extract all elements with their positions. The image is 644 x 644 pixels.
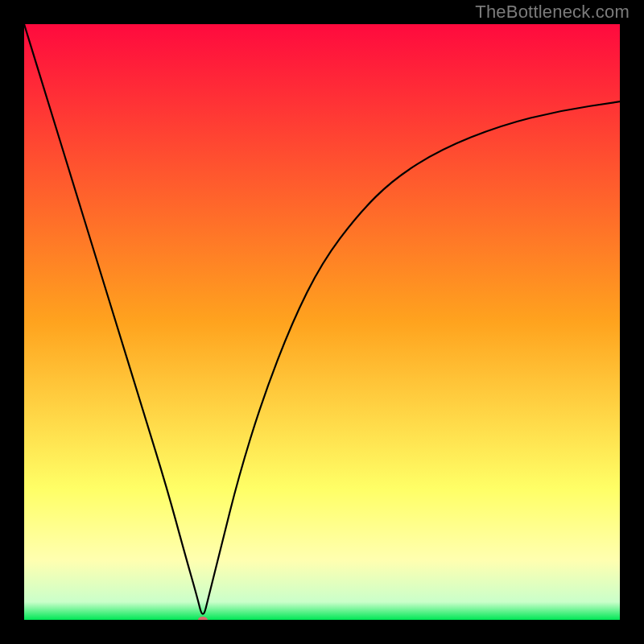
gradient-background xyxy=(24,24,620,620)
plot-area xyxy=(24,24,620,620)
watermark-text: TheBottleneck.com xyxy=(475,2,630,23)
chart-frame: TheBottleneck.com xyxy=(0,0,644,644)
chart-svg xyxy=(24,24,620,620)
